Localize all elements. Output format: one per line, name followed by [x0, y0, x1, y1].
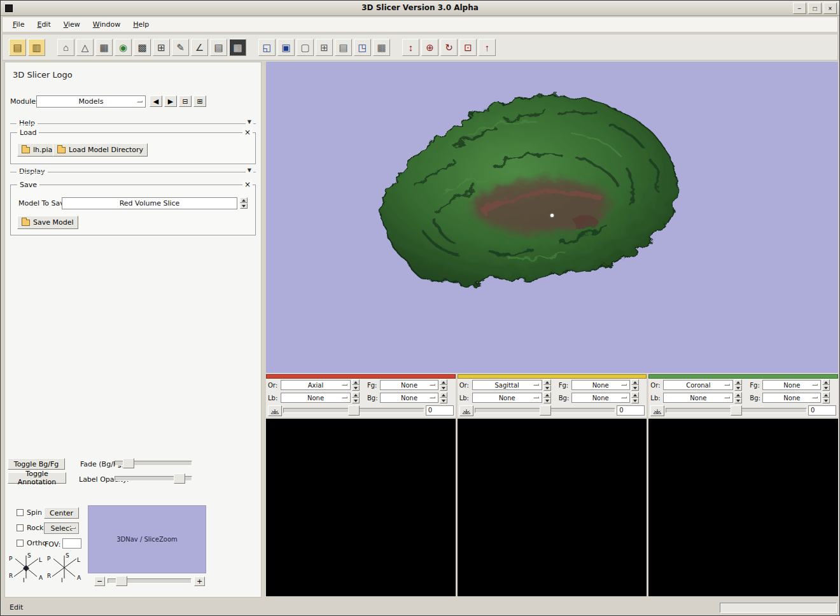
- model-to-save-select[interactable]: Red Volume Slice: [62, 197, 237, 209]
- load-close-button[interactable]: ×: [242, 128, 253, 137]
- fade-slider[interactable]: [115, 458, 192, 468]
- label-editor-button[interactable]: ▦: [229, 39, 246, 56]
- display-collapse-button[interactable]: ▼: [246, 167, 253, 173]
- spin-down-icon[interactable]: [822, 385, 830, 391]
- editor-module-button[interactable]: ✎: [172, 39, 189, 56]
- orientation-select[interactable]: Coronal: [663, 380, 733, 390]
- foreground-spinner[interactable]: [631, 379, 639, 391]
- help-collapse-button[interactable]: ▼: [246, 119, 253, 125]
- nav3d-zoom-view[interactable]: 3DNav / SliceZoom: [88, 505, 206, 573]
- volumes-module-button[interactable]: ▦: [95, 39, 113, 56]
- label-layer-spinner[interactable]: [352, 392, 360, 403]
- center-button[interactable]: Center: [44, 507, 79, 519]
- toggle-annotation-button[interactable]: Toggle Annotation: [8, 472, 66, 484]
- fov-input[interactable]: [62, 538, 81, 549]
- spin-checkbox[interactable]: [17, 509, 24, 516]
- transforms-module-button[interactable]: ▩: [134, 39, 151, 56]
- ortho-checkbox[interactable]: [17, 540, 24, 547]
- save-scene-button[interactable]: ▥: [28, 39, 45, 56]
- orientation-widget-2[interactable]: S I P A R L: [46, 551, 83, 583]
- spin-down-icon[interactable]: [631, 385, 639, 391]
- slice-offset-slider[interactable]: [666, 405, 807, 416]
- maximize-button[interactable]: □: [808, 3, 822, 14]
- spin-up-icon[interactable]: [543, 392, 551, 398]
- measure-module-button[interactable]: ∠: [191, 39, 208, 56]
- spin-up-icon[interactable]: [734, 392, 742, 398]
- label-layer-spinner[interactable]: [543, 392, 551, 403]
- spin-up-icon[interactable]: [240, 197, 248, 203]
- layout-four-up-button[interactable]: ⊞: [316, 39, 333, 56]
- zoom-slider[interactable]: [108, 576, 192, 586]
- orientation-select[interactable]: Sagittal: [472, 380, 542, 390]
- spin-down-icon[interactable]: [822, 398, 830, 403]
- spin-up-icon[interactable]: [440, 392, 447, 398]
- orientation-spinner[interactable]: [543, 379, 551, 391]
- background-spinner[interactable]: [440, 392, 447, 403]
- label-layer-spinner[interactable]: [734, 392, 742, 403]
- spin-down-icon[interactable]: [240, 203, 248, 209]
- spin-down-icon[interactable]: [440, 385, 447, 391]
- spin-up-icon[interactable]: [631, 379, 639, 385]
- layout-tabbed-3d-button[interactable]: ◳: [354, 39, 371, 56]
- module-refresh-button[interactable]: ⊞: [193, 95, 206, 107]
- zoom-in-button[interactable]: +: [194, 577, 205, 586]
- load-model-directory-button[interactable]: Load Model Directory: [53, 143, 148, 157]
- label-opacity-slider-thumb[interactable]: [174, 473, 185, 484]
- threed-viewport[interactable]: [266, 62, 838, 373]
- background-select[interactable]: None: [571, 393, 630, 403]
- select-dropdown[interactable]: Select: [44, 522, 79, 534]
- spin-down-icon[interactable]: [631, 398, 639, 403]
- slice-offset-thumb[interactable]: [540, 405, 551, 416]
- slice-offset-value[interactable]: 0: [617, 405, 645, 416]
- orientation-widget-1[interactable]: S I P A R L: [8, 551, 45, 583]
- spin-up-icon[interactable]: [352, 379, 360, 385]
- label-opacity-slider[interactable]: [115, 473, 192, 484]
- slice-offset-thumb[interactable]: [348, 405, 360, 416]
- orientation-spinner[interactable]: [734, 379, 742, 391]
- layout-tabbed-slice-button[interactable]: ▤: [335, 39, 352, 56]
- open-scene-button[interactable]: ▤: [9, 39, 26, 56]
- foreground-spinner[interactable]: [822, 379, 830, 391]
- slice-offset-thumb[interactable]: [731, 405, 742, 416]
- spin-down-icon[interactable]: [440, 398, 447, 403]
- menu-help[interactable]: Help: [127, 18, 155, 31]
- yellow-slice-viewport[interactable]: [458, 419, 647, 596]
- slice-offset-value[interactable]: 0: [426, 405, 454, 416]
- slice-menu-button[interactable]: [650, 405, 664, 416]
- data-module-button[interactable]: △: [76, 39, 94, 56]
- spin-down-icon[interactable]: [543, 398, 551, 403]
- spin-up-icon[interactable]: [543, 379, 551, 385]
- title-bar[interactable]: 3D Slicer Version 3.0 Alpha − □ ×: [1, 1, 839, 16]
- spin-down-icon[interactable]: [734, 398, 742, 403]
- background-spinner[interactable]: [822, 392, 830, 403]
- slice-offset-value[interactable]: 0: [808, 405, 836, 416]
- layout-3d-only-button[interactable]: ▣: [277, 39, 295, 56]
- model-to-save-spinner[interactable]: [240, 197, 248, 209]
- spin-up-icon[interactable]: [631, 392, 639, 398]
- spin-down-icon[interactable]: [543, 385, 551, 391]
- pan-view-button[interactable]: ⊕: [421, 39, 438, 56]
- foreground-select[interactable]: None: [762, 380, 821, 390]
- menu-file[interactable]: File: [6, 18, 31, 31]
- module-history-button[interactable]: ⊟: [179, 95, 192, 107]
- spin-down-icon[interactable]: [352, 398, 360, 403]
- fit-view-button[interactable]: ↑: [479, 39, 496, 56]
- center-view-button[interactable]: ⊡: [459, 39, 477, 56]
- save-close-button[interactable]: ×: [242, 180, 253, 189]
- home-module-button[interactable]: ⌂: [57, 39, 74, 56]
- label-layer-select[interactable]: None: [281, 393, 351, 403]
- background-select[interactable]: None: [380, 393, 438, 403]
- rock-checkbox[interactable]: [17, 524, 24, 531]
- label-layer-select[interactable]: None: [472, 393, 542, 403]
- spin-up-icon[interactable]: [734, 379, 742, 385]
- modules-select[interactable]: Models: [36, 95, 146, 108]
- zoom-out-button[interactable]: −: [94, 577, 105, 586]
- zoom-slider-thumb[interactable]: [116, 576, 127, 586]
- background-spinner[interactable]: [631, 392, 639, 403]
- slice-menu-button[interactable]: [268, 405, 282, 416]
- spin-up-icon[interactable]: [822, 392, 830, 398]
- models-module-button[interactable]: ◉: [115, 39, 132, 56]
- slice-crosshair-button[interactable]: ↕: [402, 39, 419, 56]
- layout-conventional-button[interactable]: ◱: [258, 39, 276, 56]
- module-back-button[interactable]: ◀: [150, 95, 162, 107]
